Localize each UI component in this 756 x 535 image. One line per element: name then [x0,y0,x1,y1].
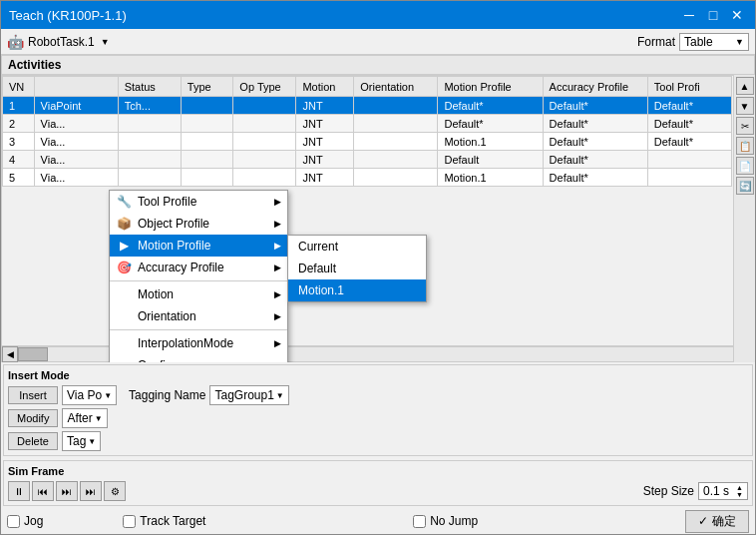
tag-combo[interactable]: Tag ▼ [62,431,101,451]
cell-type [181,97,233,115]
format-combo[interactable]: Table ▼ [679,33,749,51]
toolbar-btn-2[interactable]: ▼ [736,97,754,115]
sim-prev-btn[interactable]: ⏭ [56,481,78,501]
col-header-toolprof: Tool Profi [647,77,731,97]
jog-checkbox[interactable] [7,515,20,528]
submenu-item-motion1[interactable]: Motion.1 [288,279,426,301]
scroll-thumb[interactable] [18,347,48,361]
step-size-down[interactable]: ▼ [736,491,743,498]
confirm-label: 确定 [712,513,736,530]
cell-motion: JNT [296,133,354,151]
confirm-button[interactable]: ✓ 确定 [685,510,749,533]
sim-frame-title: Sim Frame [8,465,748,477]
cell-motion: JNT [296,115,354,133]
step-size-up[interactable]: ▲ [736,484,743,491]
toolbar-btn-3[interactable]: ✂ [736,117,754,135]
table-row[interactable]: 5 Via... JNT Motion.1 Default* [3,169,732,187]
insert-button[interactable]: Insert [8,386,58,404]
no-jump-checkbox-item[interactable]: No Jump [413,514,478,528]
toolbar-btn-4[interactable]: 📋 [736,137,754,155]
menu-item-motion-profile[interactable]: ▶ Motion Profile [110,235,287,257]
sim-play-btn[interactable]: ⏸ [8,481,30,501]
menu-item-tool-profile[interactable]: 🔧 Tool Profile [110,191,287,213]
insert-mode-row3: Delete Tag ▼ [8,431,748,451]
table-row[interactable]: 3 Via... JNT Motion.1 Default* Default* [3,133,732,151]
sim-skip-back-btn[interactable]: ⏮ [32,481,54,501]
cell-motion: JNT [296,169,354,187]
cell-status [118,115,181,133]
cell-optype [233,169,296,187]
orientation-icon [116,308,132,324]
delete-button[interactable]: Delete [8,432,58,450]
menu-item-motion[interactable]: Motion [110,283,287,305]
cell-orient [354,115,438,133]
cell-motion: JNT [296,151,354,169]
cell-type [181,133,233,151]
cell-orient [354,97,438,115]
sim-next-btn[interactable]: ⏭ [80,481,102,501]
cell-accprof: Default* [543,97,647,115]
table-row[interactable]: 1 ViaPoint Tch... JNT Default* Default* … [3,97,732,115]
robot-task-bar: 🤖 RobotTask.1 ▼ Format Table ▼ [1,29,755,55]
menu-item-orientation[interactable]: Orientation [110,305,287,327]
cell-toolprof [647,151,731,169]
step-size-label: Step Size [643,484,694,498]
track-target-label: Track Target [140,514,205,528]
sim-config-btn[interactable]: ⚙ [104,481,126,501]
insert-mode-panel: Insert Mode Insert Via Po ▼ Tagging Name… [3,364,753,456]
menu-item-accuracy-profile[interactable]: 🎯 Accuracy Profile [110,257,287,278]
submenu-motion-profile: Current Default Motion.1 [287,235,427,302]
robot-icon: 🤖 [7,34,24,50]
cell-vn: 1 [3,97,35,115]
track-target-checkbox[interactable] [123,515,136,528]
menu-item-object-profile[interactable]: 📦 Object Profile [110,213,287,235]
title-bar: Teach (KR100P-1.1) ─ □ ✕ [1,1,755,29]
toolbar-btn-6[interactable]: 🔄 [736,177,754,195]
cell-motion: JNT [296,97,354,115]
step-size-combo[interactable]: 0.1 s ▲ ▼ [698,482,748,500]
minimize-button[interactable]: ─ [679,5,699,25]
toolbar-btn-1[interactable]: ▲ [736,77,754,95]
position-combo[interactable]: Via Po ▼ [62,385,117,405]
table-row[interactable]: 4 Via... JNT Default Default* [3,151,732,169]
scroll-left-btn[interactable]: ◀ [2,346,18,362]
cell-name: Via... [34,133,118,151]
cell-motionprof: Motion.1 [438,169,543,187]
cell-status [118,169,181,187]
cell-vn: 5 [3,169,35,187]
activities-label: Activities [1,55,755,75]
cell-orient [354,151,438,169]
config-icon [116,357,132,362]
cell-name: Via... [34,115,118,133]
cell-name: Via... [34,151,118,169]
modify-button[interactable]: Modify [8,409,58,427]
jog-checkbox-item[interactable]: Jog [7,514,43,528]
robot-task-dropdown-arrow[interactable]: ▼ [101,37,110,47]
table-row[interactable]: 2 Via... JNT Default* Default* Default* [3,115,732,133]
cell-type [181,151,233,169]
menu-item-config[interactable]: Config [110,354,287,362]
sim-frame-panel: Sim Frame ⏸ ⏮ ⏭ ⏭ ⚙ Step Size 0.1 s ▲ ▼ [3,460,753,506]
track-target-checkbox-item[interactable]: Track Target [123,514,205,528]
cell-toolprof [647,169,731,187]
separator-2 [110,329,287,330]
close-button[interactable]: ✕ [727,5,747,25]
robot-task-label: RobotTask.1 [28,35,95,49]
toolbar-btn-5[interactable]: 📄 [736,157,754,175]
taggroup-combo[interactable]: TagGroup1 ▼ [209,385,288,405]
cell-toolprof: Default* [647,97,731,115]
submenu-item-default[interactable]: Default [288,258,426,279]
position-combo-arrow: ▼ [104,391,112,400]
col-header-optype: Op Type [233,77,296,97]
after-combo[interactable]: After ▼ [62,408,107,428]
col-header-accprof: Accuracy Profile [543,77,647,97]
menu-item-interpolation[interactable]: InterpolationMode [110,332,287,354]
cell-name: Via... [34,169,118,187]
maximize-button[interactable]: □ [703,5,723,25]
col-header-status: Status [118,77,181,97]
cell-orient [354,133,438,151]
confirm-icon: ✓ [698,514,708,528]
no-jump-checkbox[interactable] [413,515,426,528]
cell-vn: 4 [3,151,35,169]
submenu-item-current[interactable]: Current [288,236,426,258]
